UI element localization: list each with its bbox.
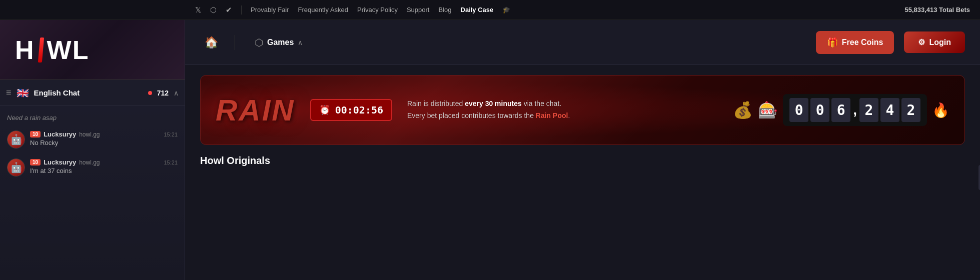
coin-digit-1: 0 <box>810 98 829 122</box>
coin-digit-4: 4 <box>880 98 899 122</box>
total-bets: 55,833,413 Total Bets <box>904 6 970 14</box>
games-chevron-icon: ∧ <box>298 38 303 46</box>
message-text: I'm at 37 coins <box>30 167 178 174</box>
rain-coins-area: 💰 🎰 0 0 6 , 2 4 2 🔥 <box>733 94 949 126</box>
chat-header: ≡ 🇬🇧 English Chat 712 ∧ <box>0 80 185 106</box>
home-icon: 🏠 <box>205 36 218 49</box>
rain-desc-line-1: Rain is distributed every 30 minutes via… <box>407 98 718 110</box>
rain-desc-bold: every 30 minutes <box>465 100 522 108</box>
coin-digit-0: 0 <box>789 98 808 122</box>
list-item: 🤖 10 Lucksuryy howl.gg 15:21 I'm at 37 c… <box>7 154 178 180</box>
rain-desc-prefix-1: Rain is distributed <box>407 100 465 108</box>
list-item: 🤖 10 Lucksuryy howl.gg 15:21 No Rocky <box>7 126 178 152</box>
nav-provably-fair[interactable]: Provably Fair <box>251 6 289 14</box>
logo-wl: WL <box>47 35 90 65</box>
nav-support[interactable]: Support <box>407 6 430 14</box>
main-content: 🏠 ⬡ Games ∧ 🎁 Free Coins ⚙ Login RAIN <box>185 20 980 280</box>
rain-desc-suffix-1: via the chat. <box>522 100 561 108</box>
howl-originals-title: Howl Originals <box>200 155 965 166</box>
games-button[interactable]: ⬡ Games ∧ <box>248 32 310 52</box>
coin-digit-3: 2 <box>859 98 878 122</box>
online-dot <box>148 91 152 95</box>
nav-frequently-asked[interactable]: Frequently Asked <box>298 6 348 14</box>
message-header: 10 Lucksuryy howl.gg 15:21 <box>30 158 178 166</box>
coin-digit-5: 2 <box>901 98 920 122</box>
rain-desc-prefix-2: Every bet placed contributes towards the <box>407 112 536 120</box>
coin-counter: 0 0 6 , 2 4 2 <box>783 94 927 126</box>
user-domain: howl.gg <box>79 159 100 166</box>
daily-case-icon: 🎓 <box>502 6 510 14</box>
coin-separator: , <box>852 102 858 118</box>
header-nav-divider <box>235 35 235 50</box>
main-layout: H WL ≡ 🇬🇧 English Chat 712 ∧ Need a rain… <box>0 20 980 280</box>
avatar-image: 🤖 <box>8 131 25 148</box>
flag-icon: 🇬🇧 <box>17 87 29 99</box>
free-coins-button[interactable]: 🎁 Free Coins <box>816 31 894 54</box>
howl-originals-section: Howl Originals <box>200 155 965 166</box>
logo: H WL <box>15 35 89 65</box>
nav-privacy-policy[interactable]: Privacy Policy <box>357 6 398 14</box>
login-label: Login <box>929 38 951 47</box>
online-count: 712 <box>157 89 169 97</box>
header-bar: 🏠 ⬡ Games ∧ 🎁 Free Coins ⚙ Login <box>185 20 980 65</box>
top-nav-links: 𝕏 ⬡ ✔ Provably Fair Frequently Asked Pri… <box>195 6 510 14</box>
coin-pile-icon: 🎰 <box>758 100 778 120</box>
gift-icon: 🎁 <box>827 37 838 48</box>
rain-pool-link[interactable]: Rain Pool <box>536 112 568 120</box>
twitter-icon[interactable]: 𝕏 <box>195 6 201 14</box>
chat-list-icon: ≡ <box>6 88 12 98</box>
rain-desc-line-2: Every bet placed contributes towards the… <box>407 110 718 122</box>
chat-collapse-chevron[interactable]: ∧ <box>174 89 179 97</box>
coin-bag-icon: 💰 <box>733 100 753 120</box>
nav-divider-1 <box>241 6 242 14</box>
logo-divider <box>38 38 44 62</box>
user-level: 10 <box>30 131 41 138</box>
user-domain: howl.gg <box>79 131 100 138</box>
logo-h: H <box>15 35 35 65</box>
user-level: 10 <box>30 159 41 166</box>
login-button[interactable]: ⚙ Login <box>904 32 965 53</box>
username: Lucksuryy <box>44 130 76 138</box>
rain-description: Rain is distributed every 30 minutes via… <box>407 98 718 122</box>
rain-timer: ⏰ 00:02:56 <box>310 99 392 121</box>
rain-banner: RAIN ⏰ 00:02:56 Rain is distributed ever… <box>200 75 965 145</box>
chat-name: English Chat <box>34 88 143 97</box>
check-icon[interactable]: ✔ <box>226 6 232 14</box>
nav-blog[interactable]: Blog <box>439 6 452 14</box>
avatar: 🤖 <box>7 130 25 148</box>
rain-desc-suffix-2: . <box>568 112 570 120</box>
avatar-image: 🤖 <box>8 159 25 176</box>
games-label: Games <box>267 38 294 47</box>
message-time: 15:21 <box>164 132 178 138</box>
nav-daily-case[interactable]: Daily Case <box>461 6 494 14</box>
message-time: 15:21 <box>164 160 178 166</box>
system-message: Need a rain asap <box>7 111 178 124</box>
message-text: No Rocky <box>30 139 178 146</box>
message-content: 10 Lucksuryy howl.gg 15:21 I'm at 37 coi… <box>30 158 178 174</box>
message-header: 10 Lucksuryy howl.gg 15:21 <box>30 130 178 138</box>
content-area: RAIN ⏰ 00:02:56 Rain is distributed ever… <box>185 65 980 280</box>
message-content: 10 Lucksuryy howl.gg 15:21 No Rocky <box>30 130 178 146</box>
timer-value: 00:02:56 <box>335 104 383 116</box>
sidebar: H WL ≡ 🇬🇧 English Chat 712 ∧ Need a rain… <box>0 20 185 280</box>
username: Lucksuryy <box>44 158 76 166</box>
top-navigation: 𝕏 ⬡ ✔ Provably Fair Frequently Asked Pri… <box>0 0 980 20</box>
games-icon: ⬡ <box>255 36 263 48</box>
steam-icon: ⚙ <box>918 38 925 47</box>
discord-icon[interactable]: ⬡ <box>210 6 217 14</box>
fire-icon: 🔥 <box>932 102 949 118</box>
coin-digit-2: 6 <box>831 98 850 122</box>
rain-title: RAIN <box>216 93 295 128</box>
home-button[interactable]: 🏠 <box>200 32 222 54</box>
free-coins-label: Free Coins <box>842 38 883 47</box>
chat-messages: Need a rain asap 🤖 10 Lucksuryy howl.gg … <box>0 106 185 280</box>
logo-area: H WL <box>0 20 185 80</box>
timer-icon: ⏰ <box>319 104 330 116</box>
avatar: 🤖 <box>7 158 25 176</box>
